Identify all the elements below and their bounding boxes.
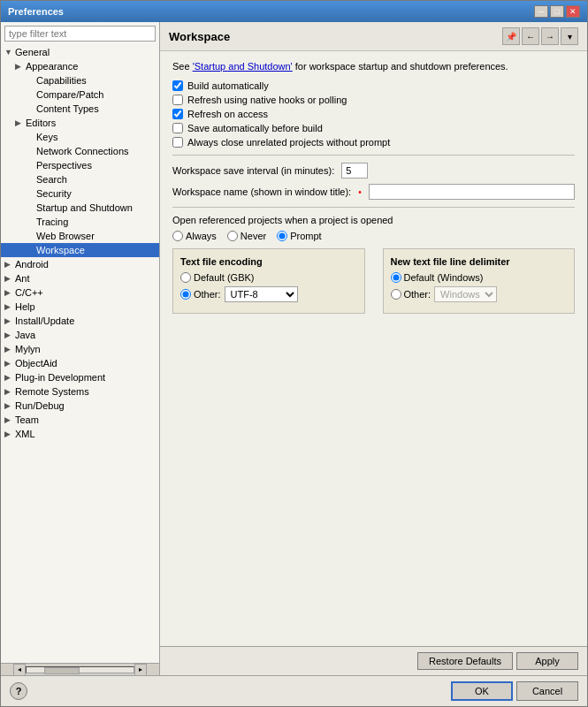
arrow-icon: ▶ [4,345,15,354]
save-interval-input[interactable] [341,163,368,179]
arrow-icon: ▶ [4,387,15,396]
sidebar-item-label: C/C++ [15,287,43,298]
left-panel: ▼ General ▶ Appearance Capabilities Comp… [1,22,160,675]
scroll-right-button[interactable]: ▸ [134,664,147,676]
sidebar-item-label: General [15,47,50,57]
arrow-icon: ▶ [15,62,26,71]
sidebar-item-web-browser[interactable]: Web Browser [1,229,159,243]
sidebar-item-search[interactable]: Search [1,172,159,186]
sidebar-item-label: Network Connections [36,146,129,156]
horizontal-scrollbar[interactable]: ◂ ▸ [1,663,159,675]
help-button[interactable]: ? [10,682,27,700]
checkbox-build-auto-row: Build automatically [172,80,575,91]
refresh-access-label: Refresh on access [187,109,268,119]
arrow-icon: ▼ [4,48,15,57]
sidebar-item-java[interactable]: ▶ Java [1,328,159,342]
title-bar: Preferences ─ □ ✕ [1,1,587,22]
sidebar-item-keys[interactable]: Keys [1,130,159,144]
sidebar-item-network-connections[interactable]: Network Connections [1,144,159,158]
delimiter-box: New text file line delimiter Default (Wi… [383,248,576,314]
sidebar-item-android[interactable]: ▶ Android [1,257,159,271]
sidebar-item-install-update[interactable]: ▶ Install/Update [1,314,159,328]
arrow-icon: ▶ [4,260,15,269]
toolbar-pin-icon[interactable]: 📌 [502,27,520,45]
panel-title: Workspace [169,30,230,43]
sidebar-item-editors[interactable]: ▶ Editors [1,116,159,130]
toolbar-forward-button[interactable]: → [541,27,559,45]
sidebar-item-label: Perspectives [36,160,92,171]
sidebar-item-objectaid[interactable]: ▶ ObjectAid [1,356,159,370]
workspace-name-input[interactable] [369,184,575,200]
build-auto-checkbox[interactable] [172,80,183,91]
refresh-native-checkbox[interactable] [172,95,183,105]
cancel-button[interactable]: Cancel [516,681,578,701]
delimiter-default-radio[interactable] [391,272,401,283]
sidebar-item-plugin-dev[interactable]: ▶ Plug-in Development [1,370,159,384]
encoding-default-row: Default (GBK) [180,272,357,283]
restore-defaults-button[interactable]: Restore Defaults [417,652,513,670]
sidebar-item-appearance[interactable]: ▶ Appearance [1,59,159,73]
save-before-checkbox[interactable] [172,123,183,133]
filter-input[interactable] [4,26,156,42]
sidebar-item-label: Team [15,414,39,425]
sidebar-item-label: Workspace [36,245,85,255]
sidebar-item-general[interactable]: ▼ General [1,45,159,59]
preferences-window: Preferences ─ □ ✕ ▼ General ▶ Appearance [0,0,588,707]
radio-always[interactable] [172,231,183,241]
sidebar-item-perspectives[interactable]: Perspectives [1,158,159,172]
sidebar-item-startup-shutdown[interactable]: Startup and Shutdown [1,201,159,215]
arrow-icon: ▶ [4,316,15,325]
save-before-label: Save automatically before build [187,123,323,133]
radio-never-label: Never [227,231,266,241]
refresh-access-checkbox[interactable] [172,109,183,119]
sidebar-item-help[interactable]: ▶ Help [1,300,159,314]
toolbar-dropdown-button[interactable]: ▾ [561,27,578,45]
sidebar-item-workspace[interactable]: Workspace [1,243,159,257]
sidebar-item-tracing[interactable]: Tracing [1,215,159,229]
sidebar-item-ant[interactable]: ▶ Ant [1,271,159,285]
scroll-left-button[interactable]: ◂ [13,664,26,676]
sidebar-item-label: Editors [26,118,56,128]
radio-never[interactable] [227,231,238,241]
sidebar-item-label: Keys [36,132,57,142]
encoding-default-radio[interactable] [180,272,191,283]
scrollbar-track[interactable] [26,666,134,673]
radio-prompt[interactable] [277,231,287,241]
close-button[interactable]: ✕ [566,5,580,18]
delimiter-select[interactable]: Windows Unix Mac [434,286,497,302]
apply-button[interactable]: Apply [516,652,578,670]
sidebar-item-label: XML [15,429,35,439]
info-prefix: See [172,61,193,72]
encoding-select[interactable]: UTF-8 UTF-16 ISO-8859-1 US-ASCII [225,286,298,302]
arrow-icon: ▶ [4,274,15,283]
sidebar-item-c-cpp[interactable]: ▶ C/C++ [1,285,159,300]
delimiter-other-radio[interactable] [391,289,401,300]
encoding-other-label: Other: [180,289,221,300]
sidebar-item-remote-systems[interactable]: ▶ Remote Systems [1,384,159,399]
open-referenced-radio-row: Always Never Prompt [172,231,575,241]
refresh-native-label: Refresh using native hooks or polling [187,95,347,105]
sidebar-item-security[interactable]: Security [1,186,159,201]
sidebar-item-run-debug[interactable]: ▶ Run/Debug [1,399,159,413]
sidebar-item-label: Java [15,330,35,340]
encoding-other-radio[interactable] [180,289,191,300]
sidebar-item-xml[interactable]: ▶ XML [1,427,159,441]
minimize-button[interactable]: ─ [534,5,548,18]
sidebar-item-label: Ant [15,273,30,284]
sidebar-item-compare-patch[interactable]: Compare/Patch [1,87,159,102]
sidebar-item-content-types[interactable]: Content Types [1,102,159,116]
ok-button[interactable]: OK [451,681,513,701]
sidebar-item-capabilities[interactable]: Capabilities [1,73,159,87]
toolbar-back-button[interactable]: ← [522,27,539,45]
arrow-icon: ▶ [4,331,15,339]
sidebar-item-mylyn[interactable]: ▶ Mylyn [1,342,159,356]
close-unrelated-checkbox[interactable] [172,137,183,148]
sidebar-item-label: Remote Systems [15,386,89,397]
scrollbar-thumb[interactable] [44,667,80,674]
maximize-button[interactable]: □ [550,5,564,18]
startup-shutdown-link[interactable]: 'Startup and Shutdown' [193,61,293,72]
arrow-icon: ▶ [4,302,15,311]
sidebar-item-team[interactable]: ▶ Team [1,413,159,427]
sidebar-item-label: ObjectAid [15,358,57,369]
sidebar-item-label: Capabilities [36,75,87,86]
